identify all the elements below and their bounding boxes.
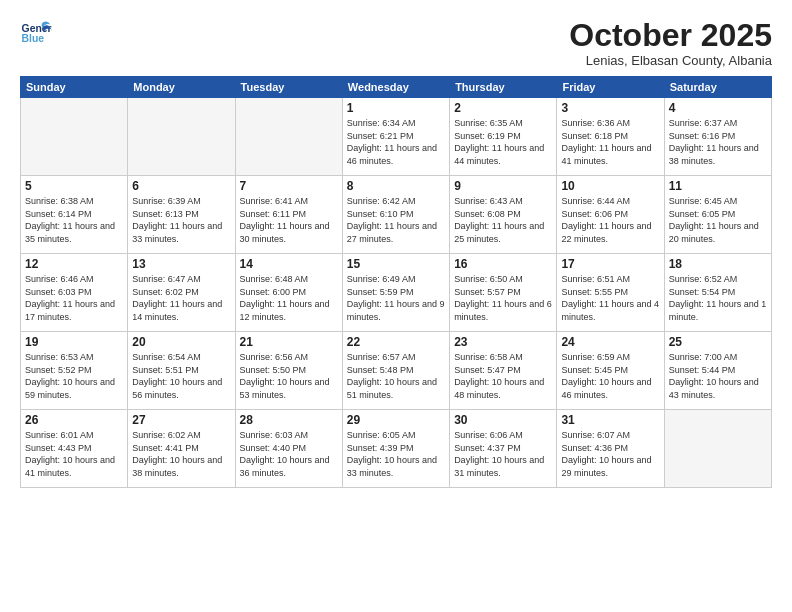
table-row: 3Sunrise: 6:36 AM Sunset: 6:18 PM Daylig… — [557, 98, 664, 176]
title-block: October 2025 Lenias, Elbasan County, Alb… — [569, 18, 772, 68]
day-info: Sunrise: 6:53 AM Sunset: 5:52 PM Dayligh… — [25, 351, 123, 401]
table-row: 8Sunrise: 6:42 AM Sunset: 6:10 PM Daylig… — [342, 176, 449, 254]
table-row: 18Sunrise: 6:52 AM Sunset: 5:54 PM Dayli… — [664, 254, 771, 332]
day-info: Sunrise: 6:37 AM Sunset: 6:16 PM Dayligh… — [669, 117, 767, 167]
day-number: 2 — [454, 101, 552, 115]
day-number: 1 — [347, 101, 445, 115]
day-info: Sunrise: 6:49 AM Sunset: 5:59 PM Dayligh… — [347, 273, 445, 323]
day-number: 8 — [347, 179, 445, 193]
day-number: 30 — [454, 413, 552, 427]
day-info: Sunrise: 6:43 AM Sunset: 6:08 PM Dayligh… — [454, 195, 552, 245]
table-row: 5Sunrise: 6:38 AM Sunset: 6:14 PM Daylig… — [21, 176, 128, 254]
table-row: 29Sunrise: 6:05 AM Sunset: 4:39 PM Dayli… — [342, 410, 449, 488]
day-info: Sunrise: 6:59 AM Sunset: 5:45 PM Dayligh… — [561, 351, 659, 401]
day-number: 18 — [669, 257, 767, 271]
table-row: 21Sunrise: 6:56 AM Sunset: 5:50 PM Dayli… — [235, 332, 342, 410]
calendar-week-row: 19Sunrise: 6:53 AM Sunset: 5:52 PM Dayli… — [21, 332, 772, 410]
day-number: 31 — [561, 413, 659, 427]
location-subtitle: Lenias, Elbasan County, Albania — [569, 53, 772, 68]
header-tuesday: Tuesday — [235, 77, 342, 98]
logo: General Blue — [20, 18, 52, 50]
day-number: 21 — [240, 335, 338, 349]
table-row — [235, 98, 342, 176]
day-info: Sunrise: 6:47 AM Sunset: 6:02 PM Dayligh… — [132, 273, 230, 323]
header-thursday: Thursday — [450, 77, 557, 98]
day-info: Sunrise: 6:07 AM Sunset: 4:36 PM Dayligh… — [561, 429, 659, 479]
day-number: 27 — [132, 413, 230, 427]
day-number: 5 — [25, 179, 123, 193]
calendar-table: Sunday Monday Tuesday Wednesday Thursday… — [20, 76, 772, 488]
svg-text:Blue: Blue — [22, 33, 45, 44]
day-number: 19 — [25, 335, 123, 349]
table-row: 16Sunrise: 6:50 AM Sunset: 5:57 PM Dayli… — [450, 254, 557, 332]
table-row: 19Sunrise: 6:53 AM Sunset: 5:52 PM Dayli… — [21, 332, 128, 410]
day-info: Sunrise: 6:44 AM Sunset: 6:06 PM Dayligh… — [561, 195, 659, 245]
table-row — [664, 410, 771, 488]
calendar-week-row: 1Sunrise: 6:34 AM Sunset: 6:21 PM Daylig… — [21, 98, 772, 176]
day-number: 20 — [132, 335, 230, 349]
day-info: Sunrise: 6:02 AM Sunset: 4:41 PM Dayligh… — [132, 429, 230, 479]
calendar-week-row: 12Sunrise: 6:46 AM Sunset: 6:03 PM Dayli… — [21, 254, 772, 332]
weekday-header-row: Sunday Monday Tuesday Wednesday Thursday… — [21, 77, 772, 98]
day-info: Sunrise: 6:35 AM Sunset: 6:19 PM Dayligh… — [454, 117, 552, 167]
day-info: Sunrise: 6:48 AM Sunset: 6:00 PM Dayligh… — [240, 273, 338, 323]
day-info: Sunrise: 6:56 AM Sunset: 5:50 PM Dayligh… — [240, 351, 338, 401]
calendar-week-row: 26Sunrise: 6:01 AM Sunset: 4:43 PM Dayli… — [21, 410, 772, 488]
table-row — [128, 98, 235, 176]
day-info: Sunrise: 6:01 AM Sunset: 4:43 PM Dayligh… — [25, 429, 123, 479]
day-info: Sunrise: 6:51 AM Sunset: 5:55 PM Dayligh… — [561, 273, 659, 323]
table-row: 28Sunrise: 6:03 AM Sunset: 4:40 PM Dayli… — [235, 410, 342, 488]
table-row: 9Sunrise: 6:43 AM Sunset: 6:08 PM Daylig… — [450, 176, 557, 254]
table-row: 15Sunrise: 6:49 AM Sunset: 5:59 PM Dayli… — [342, 254, 449, 332]
table-row: 17Sunrise: 6:51 AM Sunset: 5:55 PM Dayli… — [557, 254, 664, 332]
table-row: 22Sunrise: 6:57 AM Sunset: 5:48 PM Dayli… — [342, 332, 449, 410]
day-info: Sunrise: 6:57 AM Sunset: 5:48 PM Dayligh… — [347, 351, 445, 401]
table-row — [21, 98, 128, 176]
day-number: 13 — [132, 257, 230, 271]
day-number: 12 — [25, 257, 123, 271]
table-row: 6Sunrise: 6:39 AM Sunset: 6:13 PM Daylig… — [128, 176, 235, 254]
day-info: Sunrise: 6:46 AM Sunset: 6:03 PM Dayligh… — [25, 273, 123, 323]
day-number: 6 — [132, 179, 230, 193]
table-row: 13Sunrise: 6:47 AM Sunset: 6:02 PM Dayli… — [128, 254, 235, 332]
day-number: 3 — [561, 101, 659, 115]
table-row: 10Sunrise: 6:44 AM Sunset: 6:06 PM Dayli… — [557, 176, 664, 254]
day-number: 24 — [561, 335, 659, 349]
header-wednesday: Wednesday — [342, 77, 449, 98]
day-info: Sunrise: 6:06 AM Sunset: 4:37 PM Dayligh… — [454, 429, 552, 479]
table-row: 14Sunrise: 6:48 AM Sunset: 6:00 PM Dayli… — [235, 254, 342, 332]
day-info: Sunrise: 6:39 AM Sunset: 6:13 PM Dayligh… — [132, 195, 230, 245]
day-number: 26 — [25, 413, 123, 427]
header: General Blue October 2025 Lenias, Elbasa… — [20, 18, 772, 68]
table-row: 1Sunrise: 6:34 AM Sunset: 6:21 PM Daylig… — [342, 98, 449, 176]
day-number: 23 — [454, 335, 552, 349]
table-row: 2Sunrise: 6:35 AM Sunset: 6:19 PM Daylig… — [450, 98, 557, 176]
day-info: Sunrise: 6:41 AM Sunset: 6:11 PM Dayligh… — [240, 195, 338, 245]
day-number: 28 — [240, 413, 338, 427]
day-info: Sunrise: 6:54 AM Sunset: 5:51 PM Dayligh… — [132, 351, 230, 401]
header-monday: Monday — [128, 77, 235, 98]
day-number: 10 — [561, 179, 659, 193]
table-row: 31Sunrise: 6:07 AM Sunset: 4:36 PM Dayli… — [557, 410, 664, 488]
day-number: 9 — [454, 179, 552, 193]
table-row: 26Sunrise: 6:01 AM Sunset: 4:43 PM Dayli… — [21, 410, 128, 488]
table-row: 12Sunrise: 6:46 AM Sunset: 6:03 PM Dayli… — [21, 254, 128, 332]
day-info: Sunrise: 6:50 AM Sunset: 5:57 PM Dayligh… — [454, 273, 552, 323]
month-title: October 2025 — [569, 18, 772, 53]
day-number: 11 — [669, 179, 767, 193]
table-row: 25Sunrise: 7:00 AM Sunset: 5:44 PM Dayli… — [664, 332, 771, 410]
table-row: 24Sunrise: 6:59 AM Sunset: 5:45 PM Dayli… — [557, 332, 664, 410]
day-number: 29 — [347, 413, 445, 427]
header-saturday: Saturday — [664, 77, 771, 98]
day-number: 14 — [240, 257, 338, 271]
table-row: 23Sunrise: 6:58 AM Sunset: 5:47 PM Dayli… — [450, 332, 557, 410]
day-number: 15 — [347, 257, 445, 271]
table-row: 4Sunrise: 6:37 AM Sunset: 6:16 PM Daylig… — [664, 98, 771, 176]
day-number: 17 — [561, 257, 659, 271]
table-row: 30Sunrise: 6:06 AM Sunset: 4:37 PM Dayli… — [450, 410, 557, 488]
day-info: Sunrise: 6:05 AM Sunset: 4:39 PM Dayligh… — [347, 429, 445, 479]
day-number: 7 — [240, 179, 338, 193]
header-friday: Friday — [557, 77, 664, 98]
day-info: Sunrise: 6:42 AM Sunset: 6:10 PM Dayligh… — [347, 195, 445, 245]
day-number: 16 — [454, 257, 552, 271]
